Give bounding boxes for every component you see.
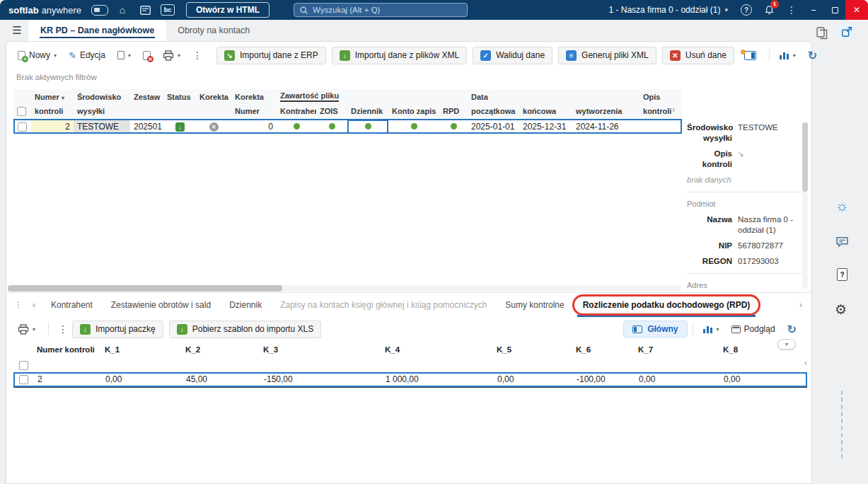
cell-data-koncowa[interactable]: 2025-12-31 (519, 119, 572, 134)
bottom-tab-zapisy-na-kontach[interactable]: Zapisy na kontach księgi głównej i ksiąg… (271, 293, 496, 317)
download-xls-template-button[interactable]: ↓ Pobierz szablon do importu XLS (169, 321, 321, 338)
bc-app-icon[interactable]: bc (161, 4, 175, 16)
cell-k1[interactable]: 0,00 (100, 372, 180, 387)
column-header-numer-kontroli[interactable]: Numer ▾ (31, 89, 74, 104)
tabs-scroll-left-icon[interactable]: ‹ (26, 293, 42, 317)
minimize-button[interactable]: – (803, 0, 824, 20)
cell-k5[interactable]: 0,00 (492, 372, 571, 387)
feedback-comment-icon[interactable] (835, 236, 849, 248)
toolbar-more-icon[interactable]: ⋮ (188, 50, 207, 61)
column-header-status[interactable]: Status (163, 89, 196, 104)
column-header-kontrahent[interactable]: Kontrahent (277, 104, 316, 119)
delete-data-button[interactable]: ✕ Usuń dane (662, 47, 734, 64)
open-in-html-button[interactable]: Otwórz w HTML (186, 2, 270, 18)
row-checkbox-cell[interactable] (13, 119, 31, 134)
bottom-tab-kontrahent[interactable]: Kontrahent (42, 293, 102, 317)
column-header-k7[interactable]: K_7 (633, 341, 718, 358)
cell-numer-kontroli[interactable]: 2 (31, 119, 74, 134)
column-header-rpd[interactable]: RPD (439, 104, 468, 119)
bottom-refresh-button[interactable]: ↻ (783, 320, 801, 339)
maximize-button[interactable] (824, 0, 845, 20)
column-header-srodowisko-2[interactable]: wysyłki (74, 104, 130, 119)
notifications-bell-icon[interactable]: 1 (760, 1, 778, 19)
titlebar-more-menu-icon[interactable]: ⋮ (782, 1, 801, 19)
copy-button[interactable]: ▾ (113, 48, 135, 62)
search-input[interactable] (313, 6, 462, 14)
cell-k2[interactable]: 45,00 (180, 372, 258, 387)
scrollbar-thumb[interactable] (802, 122, 808, 192)
cell-k4[interactable]: 1 000,00 (380, 372, 492, 387)
cell-k8[interactable]: 0,00 (718, 372, 786, 387)
tab-kr-pd-dane-naglowkowe[interactable]: KR PD – Dane nagłówkowe (28, 20, 166, 41)
column-header-k1[interactable]: K_1 (100, 341, 180, 358)
import-xml-button[interactable]: ↓ Importuj dane z plików XML (332, 47, 467, 64)
cell-zois[interactable] (316, 119, 347, 134)
assistant-bulb-icon[interactable]: ☼ (835, 198, 848, 214)
cell-srodowisko[interactable]: TESTOWE (74, 119, 130, 134)
edit-button[interactable]: ✎ Edycja (64, 47, 110, 64)
column-header-zois[interactable]: ZOIS (316, 104, 347, 119)
cell-k3[interactable]: -150,00 (258, 372, 380, 387)
help-document-icon[interactable]: ? (837, 268, 847, 281)
row-checkbox[interactable] (19, 375, 28, 384)
select-all-checkbox[interactable] (17, 107, 26, 116)
validate-data-button[interactable]: ✓ Waliduj dane (473, 47, 552, 64)
cell-dziennik-selected[interactable] (347, 119, 388, 134)
cell-data-wytworzenia[interactable]: 2024-11-26 (572, 119, 640, 134)
cell-status[interactable]: ↓ (163, 119, 196, 134)
glowny-view-button[interactable]: Główny (623, 321, 687, 338)
table-row[interactable]: 2 TESTOWE 202501 ↓ ✕ 0 2025-01-01 (13, 119, 682, 134)
preview-button[interactable]: Podgląd (727, 321, 780, 337)
column-header-zestaw[interactable]: Zestaw (130, 89, 163, 104)
column-header-k4[interactable]: K_4 (380, 341, 492, 358)
grid-horizontal-scrollbar[interactable] (8, 285, 681, 292)
row-checkbox-cell[interactable] (13, 372, 32, 387)
cell-rpd[interactable] (439, 119, 468, 134)
header-scroll-right-icon[interactable]: › (672, 104, 675, 115)
column-header-koncowa[interactable]: końcowa (519, 104, 572, 119)
column-header-numer-kontroli-2[interactable]: kontroli (31, 104, 74, 119)
tabs-scroll-right-icon[interactable]: › (793, 293, 809, 317)
cell-korekta[interactable]: ✕ (196, 119, 231, 134)
bottom-tabs-menu-icon[interactable]: ⋮ (11, 293, 26, 317)
column-header-konto-zapis[interactable]: Konto zapis (388, 104, 439, 119)
column-header-k6[interactable]: K_6 (571, 341, 633, 358)
expand-opis-icon[interactable]: ↘ (738, 150, 743, 158)
delete-record-button[interactable]: ✕ (139, 48, 155, 63)
bottom-tab-zestawienie-obrotow[interactable]: Zestawienie obrotów i sald (102, 293, 220, 317)
cell-data-poczatkowa[interactable]: 2025-01-01 (468, 119, 519, 134)
help-button[interactable]: ? (737, 1, 756, 19)
column-header-korekta[interactable]: Korekta (196, 89, 231, 104)
chart-view-button[interactable]: ▾ (775, 47, 800, 63)
cell-konto-zapis[interactable] (388, 119, 439, 134)
column-header-opis[interactable]: Opis (640, 89, 682, 104)
scrollbar-thumb[interactable] (8, 285, 282, 292)
print-button[interactable]: ▾ (158, 47, 185, 64)
column-header-poczatkowa[interactable]: początkowa (468, 104, 519, 119)
bottom-grid-collapse-icon[interactable]: ‹ (804, 357, 807, 368)
cell-k7[interactable]: 0,00 (633, 372, 718, 387)
column-header-wytworzenia[interactable]: wytworzenia (572, 104, 640, 119)
cell-opis-kontroli[interactable] (640, 119, 682, 134)
grid-options-chevron-button[interactable]: ▾ (777, 339, 796, 350)
detail-scrollbar[interactable] (802, 122, 808, 289)
cell-k6[interactable]: -100,00 (571, 372, 633, 387)
column-header-korekta-numer[interactable]: Korekta (231, 89, 277, 104)
cell-korekta-numer[interactable]: 0 (231, 119, 277, 134)
close-button[interactable]: ✕ (845, 0, 868, 20)
share-open-icon[interactable] (838, 23, 856, 40)
bottom-tab-sumy-kontrolne[interactable]: Sumy kontrolne (496, 293, 573, 317)
bottom-toolbar-more-icon[interactable]: ⋮ (54, 323, 72, 335)
cell-zestaw[interactable]: 202501 (130, 119, 163, 134)
new-button[interactable]: + Nowy ▾ (13, 47, 61, 63)
column-header-k2[interactable]: K_2 (180, 341, 258, 358)
home-icon[interactable]: ⌂ (113, 1, 132, 19)
column-header-srodowisko[interactable]: Środowisko (74, 89, 130, 104)
news-panel-icon[interactable] (136, 1, 154, 19)
workspace-switcher-icon[interactable] (91, 1, 109, 19)
column-header-korekta-numer-2[interactable]: Numer (231, 104, 277, 119)
select-all-checkbox[interactable] (19, 361, 28, 370)
table-row[interactable]: 2 0,00 45,00 -150,00 1 000,00 0,00 -100,… (13, 372, 807, 387)
row-checkbox[interactable] (18, 122, 27, 132)
bottom-print-button[interactable]: ▾ (13, 321, 40, 338)
